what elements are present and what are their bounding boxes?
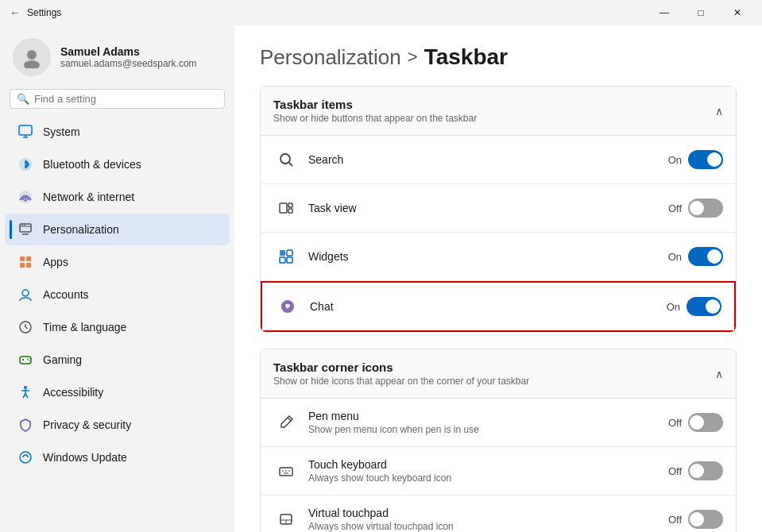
setting-row-virtualtouchpad: Virtual touchpad Always show virtual tou… [261, 495, 736, 532]
sidebar-item-accounts-label: Accounts [43, 288, 89, 301]
chat-setting-status: On [667, 301, 680, 313]
gaming-icon [17, 352, 33, 368]
minimize-button[interactable]: — [646, 0, 683, 25]
search-box[interactable]: 🔍 [10, 89, 225, 109]
widgets-toggle[interactable] [688, 247, 723, 266]
breadcrumb-separator: > [408, 47, 418, 67]
sidebar-item-time[interactable]: Time & language [5, 311, 230, 343]
search-icon: 🔍 [17, 93, 29, 105]
svg-rect-15 [20, 263, 25, 268]
taskbar-items-header: Taskbar items Show or hide buttons that … [261, 87, 736, 136]
app-body: Samuel Adams samuel.adams@seedspark.com … [0, 25, 762, 532]
sidebar-item-personalization-label: Personalization [43, 223, 119, 236]
sidebar-item-time-label: Time & language [43, 321, 126, 333]
apps-icon [17, 254, 33, 270]
back-button[interactable]: ← [10, 6, 21, 19]
setting-row-search: Search On [261, 136, 736, 184]
sidebar-item-system[interactable]: System [5, 116, 230, 148]
taskview-toggle-thumb [690, 201, 704, 215]
svg-point-0 [27, 50, 37, 60]
breadcrumb-parent[interactable]: Personalization [260, 45, 401, 70]
sidebar-item-apps[interactable]: Apps [5, 246, 230, 278]
breadcrumb-current: Taskbar [424, 44, 508, 70]
titlebar: ← Settings — □ ✕ [0, 0, 762, 25]
sidebar-item-bluetooth-label: Bluetooth & devices [43, 158, 141, 171]
touchpad-toggle[interactable] [688, 510, 723, 529]
system-icon [17, 124, 33, 140]
widgets-setting-label: Widgets [308, 250, 668, 263]
pen-setting-status: Off [668, 417, 682, 429]
pen-setting-label: Pen menu [308, 410, 479, 422]
pen-setting-sublabel: Show pen menu icon when pen is in use [308, 424, 479, 435]
close-button[interactable]: ✕ [719, 0, 756, 25]
pen-toggle[interactable] [688, 413, 723, 432]
svg-line-30 [25, 394, 28, 398]
svg-point-1 [24, 60, 40, 68]
privacy-icon [17, 417, 33, 433]
accessibility-icon [17, 384, 33, 400]
sidebar-item-system-label: System [43, 125, 80, 138]
search-setting-label: Search [308, 153, 668, 166]
svg-rect-40 [287, 257, 292, 263]
svg-rect-14 [26, 256, 31, 261]
svg-point-31 [20, 452, 31, 463]
search-container: 🔍 [0, 86, 234, 115]
search-input[interactable] [34, 93, 218, 105]
sidebar-item-network[interactable]: Network & internet [5, 181, 230, 213]
search-toggle[interactable] [688, 150, 723, 169]
sidebar-item-gaming-label: Gaming [43, 353, 82, 366]
chat-toggle[interactable] [687, 297, 721, 316]
user-email: samuel.adams@seedspark.com [60, 58, 197, 69]
update-icon [17, 449, 33, 465]
sidebar-item-privacy[interactable]: Privacy & security [5, 409, 230, 441]
sidebar-item-update[interactable]: Windows Update [5, 441, 230, 473]
taskbar-corner-chevron[interactable]: ∧ [715, 368, 723, 380]
keyboard-toggle[interactable] [688, 461, 723, 480]
widgets-toggle-thumb [707, 249, 721, 264]
avatar [13, 38, 51, 76]
search-toggle-thumb [707, 152, 721, 167]
taskbar-corner-section: Taskbar corner icons Show or hide icons … [260, 349, 737, 532]
taskbar-items-subtitle: Show or hide buttons that appear on the … [273, 113, 477, 124]
svg-line-42 [288, 418, 291, 421]
svg-point-26 [24, 386, 27, 389]
network-icon [17, 189, 33, 205]
svg-rect-37 [280, 250, 285, 256]
svg-point-11 [24, 225, 25, 226]
user-info: Samuel Adams samuel.adams@seedspark.com [60, 45, 197, 69]
svg-line-29 [23, 394, 25, 398]
svg-rect-34 [280, 203, 287, 213]
keyboard-setting-sublabel: Always show touch keyboard icon [308, 472, 451, 484]
sidebar-item-gaming[interactable]: Gaming [5, 344, 230, 376]
maximize-button[interactable]: □ [683, 0, 719, 25]
main-content: Personalization > Taskbar Taskbar items … [234, 25, 762, 532]
touchpad-toggle-thumb [690, 512, 704, 526]
taskbar-corner-header: Taskbar corner icons Show or hide icons … [261, 349, 736, 399]
sidebar-item-accessibility[interactable]: Accessibility [5, 376, 230, 408]
keyboard-setting-status: Off [668, 465, 682, 477]
touchpad-setting-label: Virtual touchpad [308, 507, 454, 519]
breadcrumb: Personalization > Taskbar [260, 44, 737, 70]
sidebar-item-bluetooth[interactable]: Bluetooth & devices [5, 148, 230, 180]
svg-point-32 [280, 154, 290, 164]
taskbar-items-chevron[interactable]: ∧ [715, 105, 723, 118]
svg-rect-38 [287, 250, 292, 256]
sidebar-item-personalization[interactable]: Personalization [5, 214, 230, 245]
user-profile[interactable]: Samuel Adams samuel.adams@seedspark.com [0, 25, 234, 86]
taskview-toggle[interactable] [688, 199, 723, 218]
svg-rect-8 [20, 224, 31, 232]
sidebar-item-accounts[interactable]: Accounts [5, 279, 230, 310]
setting-row-taskview: Task view Off [261, 184, 736, 233]
time-icon [17, 319, 33, 335]
sidebar-item-network-label: Network & internet [43, 191, 134, 203]
chat-setting-label: Chat [310, 300, 667, 313]
setting-row-pen: Pen menu Show pen menu icon when pen is … [261, 399, 736, 447]
svg-rect-2 [19, 125, 32, 135]
svg-rect-13 [20, 256, 25, 261]
svg-point-7 [25, 199, 27, 202]
svg-point-25 [29, 360, 30, 361]
svg-rect-39 [280, 257, 285, 263]
bluetooth-icon [17, 156, 33, 172]
taskbar-corner-title: Taskbar corner icons [273, 360, 529, 374]
svg-line-33 [289, 163, 292, 166]
